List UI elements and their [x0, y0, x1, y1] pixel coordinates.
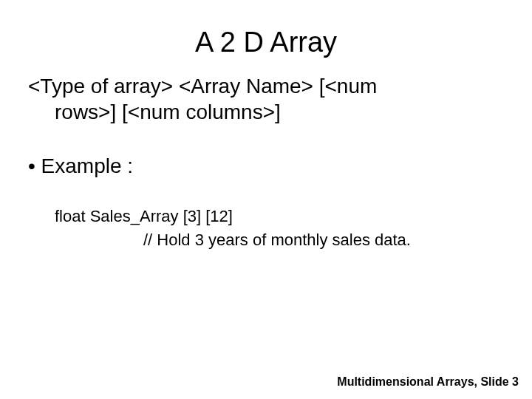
code-comment: // Hold 3 years of monthly sales data.: [55, 228, 504, 252]
code-declaration: float Sales_Array [3] [12]: [55, 207, 233, 225]
example-label: Example :: [41, 154, 134, 177]
syntax-line-2: rows>] [<num columns>]: [28, 99, 504, 125]
example-bullet: Example :: [28, 154, 504, 178]
example-code: float Sales_Array [3] [12] // Hold 3 yea…: [28, 205, 504, 252]
syntax-line-1: <Type of array> <Array Name> [<num: [28, 75, 377, 98]
slide-body: <Type of array> <Array Name> [<num rows>…: [0, 58, 532, 252]
slide: A 2 D Array <Type of array> <Array Name>…: [0, 0, 532, 399]
slide-footer: Multidimensional Arrays, Slide 3: [337, 375, 519, 389]
slide-title: A 2 D Array: [0, 0, 532, 58]
syntax-declaration: <Type of array> <Array Name> [<num rows>…: [28, 73, 504, 125]
